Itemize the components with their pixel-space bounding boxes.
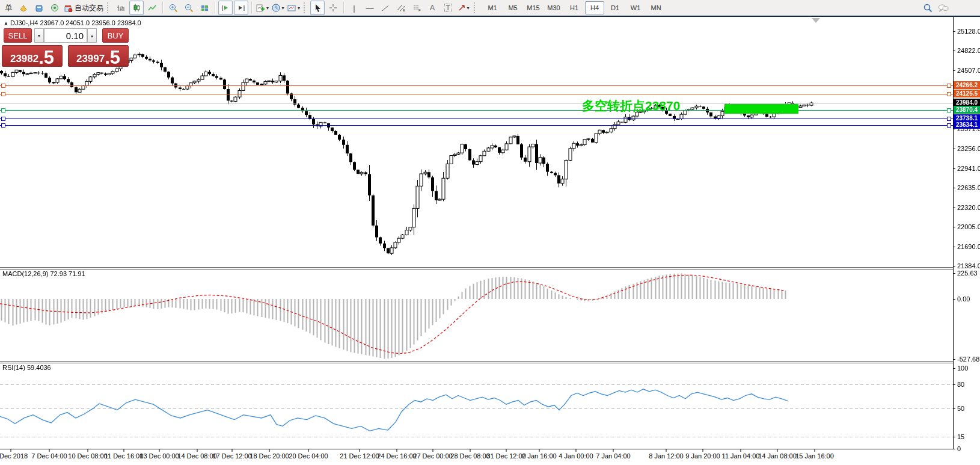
time-axis-label: 27 Dec 00:00 [413,452,452,460]
volume-increase-stepper[interactable]: ▲ [87,28,97,43]
templates-dropdown-arrow[interactable]: ▾ [298,5,300,11]
arrows-dropdown-arrow[interactable]: ▾ [467,5,470,11]
timeframe-button-W1[interactable]: W1 [626,1,645,14]
rsi-axis-label: 50 [957,405,964,412]
timeframe-button-M1[interactable]: M1 [483,1,502,14]
macd-tick [953,299,955,300]
periods-dropdown-arrow[interactable]: ▾ [282,5,284,11]
time-axis-label: 11 Jan 04:00 [722,452,760,460]
time-axis-label: 8 Jan 12:00 [649,452,684,460]
level-line-handle[interactable] [947,117,951,121]
level-line-handle[interactable] [947,92,951,96]
macd-label: MACD(12,26,9) 72.93 71.91 [2,270,85,277]
arrows-tool[interactable]: ▾ [456,1,471,15]
price-axis-label: 24822.0 [957,47,980,54]
level-line-24266.2[interactable] [0,85,953,86]
text-tool[interactable]: A [425,1,439,15]
text-label-tool[interactable]: T [441,1,455,15]
time-axis-label: 11 Dec 16:00 [105,452,144,460]
sell-button[interactable]: SELL [4,28,32,43]
signals-radar-icon[interactable] [47,1,62,15]
timeframe-button-H4[interactable]: H4 [585,1,604,14]
rsi-axis-label: 15 [957,433,964,440]
tile-windows-icon[interactable] [197,1,212,15]
vertical-line-tool[interactable]: | [347,1,361,15]
toolbar-grip-2[interactable] [304,2,308,13]
candlestick-chart-canvas[interactable] [0,17,953,267]
fibonacci-tool[interactable]: F [409,1,424,15]
chat-icon[interactable] [936,1,951,15]
templates-button[interactable]: ▾ [286,1,301,15]
auto-scroll-button[interactable] [218,1,233,15]
chart-ohlc-header: ▲ DJ30-,H4 23967.0 24051.0 23956.0 23984… [4,19,141,26]
buy-button[interactable]: BUY [102,28,129,43]
price-tag-23634.1: 23634.1 [954,121,980,129]
price-tick [953,266,955,266]
chart-shift-button[interactable] [234,1,248,15]
toolbar-grip-3[interactable] [474,2,478,13]
level-line-handle[interactable] [947,108,951,112]
price-tick [953,227,955,227]
bid-price-main: 23982 [10,54,38,64]
level-line-handle[interactable] [947,123,951,128]
time-axis-label: 7 Dec 04:00 [31,452,67,460]
level-line-23870.4[interactable] [0,110,953,111]
timeframe-button-D1[interactable]: D1 [605,1,625,14]
periods-button[interactable]: ▾ [271,1,285,15]
svg-text:F: F [418,8,421,12]
market-watch-icon[interactable] [16,1,31,15]
level-line-handle[interactable] [1,92,5,96]
data-window-icon[interactable] [32,1,46,15]
zoom-out-icon[interactable] [182,1,196,15]
ohlc-values: 23967.0 24051.0 23956.0 23984.0 [40,19,141,26]
crosshair-tool-button[interactable] [326,1,340,15]
level-line-24125.5[interactable] [0,94,953,94]
new-order-button[interactable]: 单 [1,1,15,15]
level-line-handle[interactable] [1,123,5,128]
cursor-tool-button[interactable] [310,1,325,15]
candlestick-mode-button[interactable] [129,1,144,15]
mt4-trading-window: 单 自动交易 [0,0,980,465]
bar-chart-mode-button[interactable] [114,1,128,15]
horizontal-line-tool[interactable]: — [363,1,377,15]
sell-price-button[interactable]: 23982 .5 [2,45,63,67]
level-line-23634.1[interactable] [0,125,953,126]
pivot-annotation-text[interactable]: 多空转折点23870 [582,97,680,114]
indicators-dropdown-arrow[interactable]: ▾ [266,5,269,11]
time-tick [470,449,471,452]
macd-indicator-canvas[interactable] [0,269,953,361]
time-axis-line [0,449,954,449]
time-tick [506,449,507,452]
time-tick [124,449,124,452]
price-tick [953,208,955,208]
level-line-23738.1[interactable] [0,119,953,119]
rsi-indicator-canvas[interactable] [0,363,953,449]
timeframe-button-M5[interactable]: M5 [503,1,522,14]
level-line-handle[interactable] [1,108,5,112]
price-tick [953,31,955,32]
level-line-handle[interactable] [1,117,5,121]
timeframe-button-MN[interactable]: MN [646,1,666,14]
volume-input[interactable] [44,28,87,43]
supply-zone-rectangle[interactable] [724,104,798,114]
line-chart-mode-button[interactable] [145,1,159,15]
level-line-handle[interactable] [947,84,951,88]
auto-trading-button[interactable]: 自动交易 [63,1,104,15]
level-line-handle[interactable] [1,84,5,88]
time-tick [741,449,741,452]
toolbar-grip[interactable] [107,2,111,13]
timeframe-button-H1[interactable]: H1 [565,1,584,14]
timeframe-bar: M1M5M15M30H1H4D1W1MN [482,1,666,14]
level-line-23984.0[interactable] [0,103,953,103]
channel-tool[interactable]: E [394,1,408,15]
indicators-button[interactable]: ▾ [255,1,269,15]
volume-decrease-stepper[interactable]: ▼ [34,28,44,43]
timeframe-button-M30[interactable]: M30 [544,1,563,14]
timeframe-button-M15[interactable]: M15 [524,1,543,14]
buy-price-button[interactable]: 23997 .5 [68,45,129,67]
trendline-tool[interactable] [378,1,393,15]
search-icon[interactable] [920,1,935,15]
price-axis-label: 22941.0 [957,165,980,172]
zoom-in-icon[interactable] [166,1,180,15]
rsi-tick [953,384,955,385]
